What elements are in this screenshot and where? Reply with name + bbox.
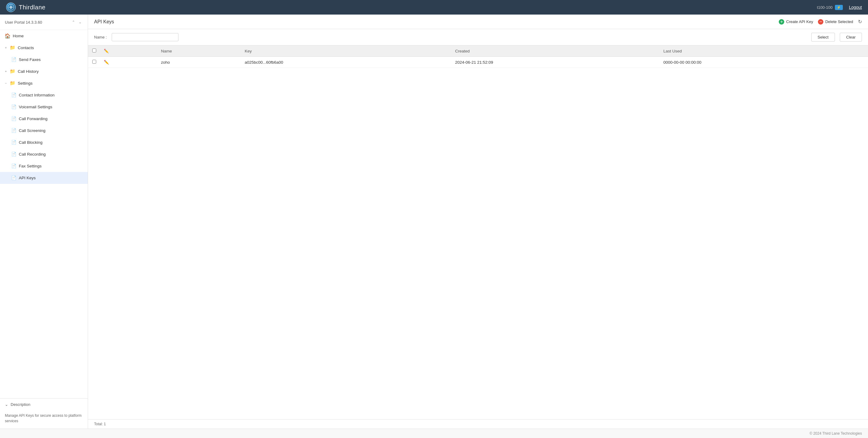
name-filter-label: Name : <box>94 35 107 39</box>
create-btn-label: Create API Key <box>786 20 813 24</box>
edit-header-icon: ✏️ <box>104 49 109 54</box>
user-badge: ⚡ <box>835 5 843 10</box>
sidebar-item-label: Call History <box>18 69 38 74</box>
expand-icon: + <box>5 69 7 73</box>
select-all-checkbox[interactable] <box>92 48 96 53</box>
collapse-down-icon[interactable]: ⌄ <box>78 20 83 25</box>
sidebar-bottom: ⌄ Description Manage API Keys for secure… <box>0 398 88 429</box>
sidebar-item-api-keys[interactable]: 📄 API Keys <box>0 172 88 184</box>
sidebar-item-contacts[interactable]: + 📁 Contacts <box>0 42 88 54</box>
sidebar-item-label: Call Blocking <box>19 140 42 145</box>
row-created: 2024-06-21 21:52:09 <box>451 57 659 68</box>
col-key-header: Key <box>241 45 451 57</box>
sidebar-item-call-recording[interactable]: 📄 Call Recording <box>0 148 88 160</box>
sidebar-item-label: Send Faxes <box>19 57 41 62</box>
sidebar-item-label: API Keys <box>19 176 36 180</box>
header-right: t100-100 ⚡ Logout <box>817 5 862 10</box>
row-name: zoho <box>157 57 241 68</box>
table-row: ✏️ zoho a025bc00...60fb6a00 2024-06-21 2… <box>88 57 868 68</box>
chevron-down-icon: ⌄ <box>5 402 8 407</box>
copyright-text: © 2024 Third Lane Technologies <box>809 431 862 436</box>
filter-bar: Name : Select Clear <box>88 29 868 45</box>
col-checkbox <box>88 45 100 57</box>
folder-icon: 📁 <box>10 80 15 86</box>
doc-icon: 📄 <box>11 151 17 157</box>
plus-icon: + <box>779 19 784 25</box>
sidebar-item-label: Settings <box>18 81 32 86</box>
clear-button[interactable]: Clear <box>840 33 862 41</box>
delete-selected-button[interactable]: − Delete Selected <box>818 19 853 25</box>
sidebar-item-label: Home <box>13 34 24 38</box>
expand-icon: − <box>5 81 7 85</box>
doc-icon: 📄 <box>11 104 17 109</box>
description-toggle[interactable]: ⌄ Description <box>0 399 88 410</box>
content-footer: Total: 1 <box>88 419 868 429</box>
user-info: t100-100 ⚡ <box>817 5 843 10</box>
logo-area: Thirdlane <box>6 2 45 12</box>
sidebar-item-call-history[interactable]: + 📁 Call History <box>0 66 88 77</box>
sidebar-item-label: Contacts <box>18 45 34 50</box>
doc-icon: 📄 <box>11 57 17 62</box>
col-last-used-header: Last Used <box>660 45 868 57</box>
logo-icon <box>6 2 16 12</box>
doc-icon: 📄 <box>11 92 17 98</box>
row-key: a025bc00...60fb6a00 <box>241 57 451 68</box>
minus-icon: − <box>818 19 824 25</box>
doc-icon: 📄 <box>11 175 17 180</box>
doc-icon: 📄 <box>11 116 17 121</box>
description-toggle-label: Description <box>11 402 30 407</box>
col-name-header: Name <box>157 45 241 57</box>
api-keys-table: ✏️ Name Key Created Last Used <box>88 45 868 68</box>
doc-icon: 📄 <box>11 163 17 169</box>
sidebar-item-contact-information[interactable]: 📄 Contact Information <box>0 89 88 101</box>
sidebar-item-call-blocking[interactable]: 📄 Call Blocking <box>0 136 88 148</box>
doc-icon: 📄 <box>11 139 17 145</box>
sidebar-arrows: ⌃ ⌄ <box>71 20 83 25</box>
main-area: User Portal 14.3.3.60 ⌃ ⌄ 🏠 Home + 📁 Con… <box>0 14 868 429</box>
sidebar-title: User Portal 14.3.3.60 <box>5 20 42 25</box>
sidebar-item-call-forwarding[interactable]: 📄 Call Forwarding <box>0 113 88 125</box>
description-text: Manage API Keys for secure access to pla… <box>5 413 82 423</box>
table-container: ✏️ Name Key Created Last Used <box>88 45 868 419</box>
sidebar-item-label: Call Recording <box>19 152 46 157</box>
user-code: t100-100 <box>817 5 833 10</box>
select-button[interactable]: Select <box>811 33 835 41</box>
header-actions: + Create API Key − Delete Selected ↻ <box>779 19 862 25</box>
page-title: API Keys <box>94 19 114 25</box>
create-api-key-button[interactable]: + Create API Key <box>779 19 813 25</box>
col-edit: ✏️ <box>100 45 157 57</box>
row-edit-cell[interactable]: ✏️ <box>100 57 157 68</box>
content-area: API Keys + Create API Key − Delete Selec… <box>88 14 868 429</box>
sidebar-item-label: Call Screening <box>19 128 45 133</box>
name-filter-input[interactable] <box>112 33 179 41</box>
col-created-header: Created <box>451 45 659 57</box>
row-checkbox[interactable] <box>92 60 96 64</box>
folder-icon: 📁 <box>10 69 15 74</box>
sidebar-item-settings[interactable]: − 📁 Settings <box>0 77 88 89</box>
sidebar-item-voicemail-settings[interactable]: 📄 Voicemail Settings <box>0 101 88 113</box>
sidebar-item-fax-settings[interactable]: 📄 Fax Settings <box>0 160 88 172</box>
sidebar-item-label: Contact Information <box>19 93 55 97</box>
sidebar-item-send-faxes[interactable]: 📄 Send Faxes <box>0 54 88 66</box>
page-footer: © 2024 Third Lane Technologies <box>0 429 868 438</box>
top-header: Thirdlane t100-100 ⚡ Logout <box>0 0 868 14</box>
logout-link[interactable]: Logout <box>849 5 862 10</box>
logo-text: Thirdlane <box>19 4 45 11</box>
sidebar-item-home[interactable]: 🏠 Home <box>0 30 88 42</box>
home-icon: 🏠 <box>5 33 10 38</box>
row-checkbox-cell <box>88 57 100 68</box>
folder-icon: 📁 <box>10 45 15 50</box>
description-content: Manage API Keys for secure access to pla… <box>0 410 88 429</box>
sidebar-item-label: Call Forwarding <box>19 116 48 121</box>
expand-icon: + <box>5 46 7 49</box>
sidebar-item-label: Voicemail Settings <box>19 105 52 109</box>
sidebar-header: User Portal 14.3.3.60 ⌃ ⌄ <box>0 14 88 30</box>
doc-icon: 📄 <box>11 128 17 133</box>
sidebar-item-call-screening[interactable]: 📄 Call Screening <box>0 125 88 136</box>
refresh-icon[interactable]: ↻ <box>858 19 862 25</box>
delete-btn-label: Delete Selected <box>825 20 853 24</box>
collapse-up-icon[interactable]: ⌃ <box>71 20 76 25</box>
sidebar-item-label: Fax Settings <box>19 164 41 168</box>
row-last-used: 0000-00-00 00:00:00 <box>660 57 868 68</box>
total-label: Total: 1 <box>94 422 106 426</box>
